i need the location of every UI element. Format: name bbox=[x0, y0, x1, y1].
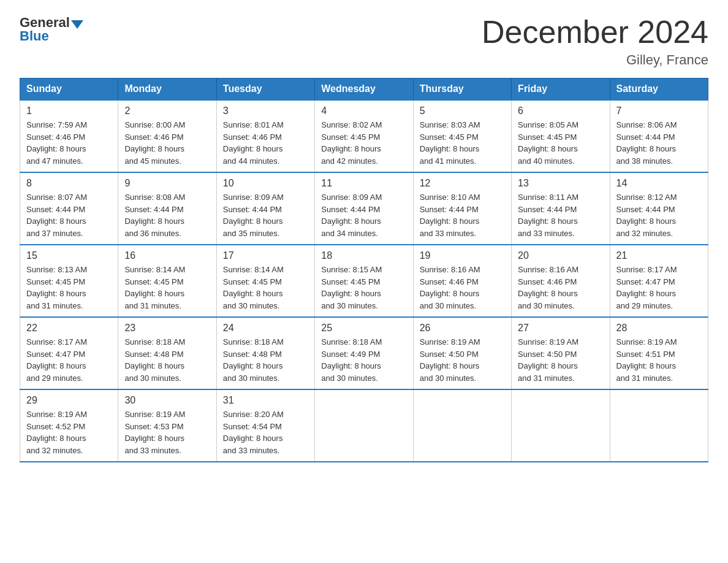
weekday-header-row: SundayMondayTuesdayWednesdayThursdayFrid… bbox=[20, 79, 708, 101]
day-info: Sunrise: 8:17 AMSunset: 4:47 PMDaylight:… bbox=[26, 336, 112, 384]
day-number: 26 bbox=[420, 323, 505, 334]
day-cell: 29 Sunrise: 8:19 AMSunset: 4:52 PMDaylig… bbox=[20, 389, 118, 462]
day-info: Sunrise: 8:09 AMSunset: 4:44 PMDaylight:… bbox=[223, 191, 308, 239]
day-info: Sunrise: 8:11 AMSunset: 4:44 PMDaylight:… bbox=[518, 191, 603, 239]
logo-triangle-icon bbox=[71, 20, 83, 29]
day-number: 21 bbox=[616, 250, 702, 261]
day-info: Sunrise: 8:10 AMSunset: 4:44 PMDaylight:… bbox=[420, 191, 505, 239]
weekday-header-saturday: Saturday bbox=[610, 79, 708, 101]
day-cell: 27 Sunrise: 8:19 AMSunset: 4:50 PMDaylig… bbox=[512, 317, 610, 389]
day-info: Sunrise: 8:08 AMSunset: 4:44 PMDaylight:… bbox=[124, 191, 210, 239]
day-cell: 19 Sunrise: 8:16 AMSunset: 4:46 PMDaylig… bbox=[413, 245, 511, 317]
day-number: 14 bbox=[616, 178, 702, 189]
day-cell: 17 Sunrise: 8:14 AMSunset: 4:45 PMDaylig… bbox=[216, 245, 314, 317]
day-number: 1 bbox=[26, 105, 112, 117]
day-number: 2 bbox=[124, 105, 210, 117]
day-number: 31 bbox=[223, 395, 308, 406]
day-info: Sunrise: 8:03 AMSunset: 4:45 PMDaylight:… bbox=[420, 119, 505, 167]
day-number: 11 bbox=[321, 178, 406, 189]
day-cell: 12 Sunrise: 8:10 AMSunset: 4:44 PMDaylig… bbox=[413, 172, 511, 245]
day-info: Sunrise: 8:14 AMSunset: 4:45 PMDaylight:… bbox=[223, 264, 308, 312]
day-info: Sunrise: 8:18 AMSunset: 4:48 PMDaylight:… bbox=[124, 336, 210, 384]
weekday-header-tuesday: Tuesday bbox=[216, 79, 314, 101]
day-info: Sunrise: 8:16 AMSunset: 4:46 PMDaylight:… bbox=[518, 264, 603, 312]
day-info: Sunrise: 8:15 AMSunset: 4:45 PMDaylight:… bbox=[321, 264, 406, 312]
day-info: Sunrise: 8:09 AMSunset: 4:44 PMDaylight:… bbox=[321, 191, 406, 239]
day-number: 23 bbox=[124, 323, 210, 334]
day-number: 27 bbox=[518, 323, 603, 334]
day-number: 22 bbox=[26, 323, 112, 334]
weekday-header-friday: Friday bbox=[512, 79, 610, 101]
day-info: Sunrise: 8:07 AMSunset: 4:44 PMDaylight:… bbox=[26, 191, 112, 239]
day-number: 10 bbox=[223, 178, 308, 189]
day-cell: 26 Sunrise: 8:19 AMSunset: 4:50 PMDaylig… bbox=[413, 317, 511, 389]
day-cell: 10 Sunrise: 8:09 AMSunset: 4:44 PMDaylig… bbox=[216, 172, 314, 245]
logo: General Blue bbox=[20, 15, 85, 44]
day-info: Sunrise: 8:12 AMSunset: 4:44 PMDaylight:… bbox=[616, 191, 702, 239]
day-number: 4 bbox=[321, 105, 406, 117]
calendar-table: SundayMondayTuesdayWednesdayThursdayFrid… bbox=[20, 78, 708, 462]
day-number: 19 bbox=[420, 250, 505, 261]
weekday-header-thursday: Thursday bbox=[413, 79, 511, 101]
day-number: 28 bbox=[616, 323, 702, 334]
day-number: 9 bbox=[124, 178, 210, 189]
weekday-header-monday: Monday bbox=[118, 79, 216, 101]
day-cell: 22 Sunrise: 8:17 AMSunset: 4:47 PMDaylig… bbox=[20, 317, 118, 389]
day-cell: 4 Sunrise: 8:02 AMSunset: 4:45 PMDayligh… bbox=[315, 100, 413, 172]
day-info: Sunrise: 8:19 AMSunset: 4:50 PMDaylight:… bbox=[420, 336, 505, 384]
day-number: 17 bbox=[223, 250, 308, 261]
week-row-3: 15 Sunrise: 8:13 AMSunset: 4:45 PMDaylig… bbox=[20, 245, 708, 317]
day-cell bbox=[512, 389, 610, 462]
day-cell: 24 Sunrise: 8:18 AMSunset: 4:48 PMDaylig… bbox=[216, 317, 314, 389]
calendar-title: December 2024 bbox=[482, 15, 708, 50]
week-row-2: 8 Sunrise: 8:07 AMSunset: 4:44 PMDayligh… bbox=[20, 172, 708, 245]
day-cell: 13 Sunrise: 8:11 AMSunset: 4:44 PMDaylig… bbox=[512, 172, 610, 245]
day-info: Sunrise: 8:20 AMSunset: 4:54 PMDaylight:… bbox=[223, 408, 308, 456]
day-cell bbox=[315, 389, 413, 462]
day-number: 29 bbox=[26, 395, 112, 406]
day-number: 18 bbox=[321, 250, 406, 261]
day-number: 30 bbox=[124, 395, 210, 406]
title-block: December 2024 Gilley, France bbox=[482, 15, 708, 68]
day-number: 5 bbox=[420, 105, 505, 117]
page-header: General Blue December 2024 Gilley, Franc… bbox=[20, 15, 708, 68]
day-info: Sunrise: 8:01 AMSunset: 4:46 PMDaylight:… bbox=[223, 119, 308, 167]
day-cell: 25 Sunrise: 8:18 AMSunset: 4:49 PMDaylig… bbox=[315, 317, 413, 389]
day-info: Sunrise: 8:19 AMSunset: 4:53 PMDaylight:… bbox=[124, 408, 210, 456]
day-number: 16 bbox=[124, 250, 210, 261]
day-number: 8 bbox=[26, 178, 112, 189]
day-cell: 31 Sunrise: 8:20 AMSunset: 4:54 PMDaylig… bbox=[216, 389, 314, 462]
day-info: Sunrise: 8:16 AMSunset: 4:46 PMDaylight:… bbox=[420, 264, 505, 312]
day-info: Sunrise: 8:00 AMSunset: 4:46 PMDaylight:… bbox=[124, 119, 210, 167]
day-info: Sunrise: 8:17 AMSunset: 4:47 PMDaylight:… bbox=[616, 264, 702, 312]
day-cell: 8 Sunrise: 8:07 AMSunset: 4:44 PMDayligh… bbox=[20, 172, 118, 245]
day-cell: 20 Sunrise: 8:16 AMSunset: 4:46 PMDaylig… bbox=[512, 245, 610, 317]
day-cell: 15 Sunrise: 8:13 AMSunset: 4:45 PMDaylig… bbox=[20, 245, 118, 317]
day-info: Sunrise: 8:14 AMSunset: 4:45 PMDaylight:… bbox=[124, 264, 210, 312]
week-row-4: 22 Sunrise: 8:17 AMSunset: 4:47 PMDaylig… bbox=[20, 317, 708, 389]
day-cell: 6 Sunrise: 8:05 AMSunset: 4:45 PMDayligh… bbox=[512, 100, 610, 172]
day-number: 20 bbox=[518, 250, 603, 261]
day-info: Sunrise: 8:18 AMSunset: 4:49 PMDaylight:… bbox=[321, 336, 406, 384]
weekday-header-wednesday: Wednesday bbox=[315, 79, 413, 101]
day-cell: 30 Sunrise: 8:19 AMSunset: 4:53 PMDaylig… bbox=[118, 389, 216, 462]
day-cell: 23 Sunrise: 8:18 AMSunset: 4:48 PMDaylig… bbox=[118, 317, 216, 389]
day-info: Sunrise: 8:13 AMSunset: 4:45 PMDaylight:… bbox=[26, 264, 112, 312]
day-cell bbox=[610, 389, 708, 462]
day-cell: 21 Sunrise: 8:17 AMSunset: 4:47 PMDaylig… bbox=[610, 245, 708, 317]
day-cell: 11 Sunrise: 8:09 AMSunset: 4:44 PMDaylig… bbox=[315, 172, 413, 245]
day-info: Sunrise: 8:02 AMSunset: 4:45 PMDaylight:… bbox=[321, 119, 406, 167]
day-cell: 7 Sunrise: 8:06 AMSunset: 4:44 PMDayligh… bbox=[610, 100, 708, 172]
day-info: Sunrise: 8:05 AMSunset: 4:45 PMDaylight:… bbox=[518, 119, 603, 167]
day-number: 3 bbox=[223, 105, 308, 117]
day-cell: 1 Sunrise: 7:59 AMSunset: 4:46 PMDayligh… bbox=[20, 100, 118, 172]
day-number: 7 bbox=[616, 105, 702, 117]
logo-blue-text: Blue bbox=[20, 28, 49, 44]
day-number: 12 bbox=[420, 178, 505, 189]
day-number: 15 bbox=[26, 250, 112, 261]
day-cell bbox=[413, 389, 511, 462]
day-info: Sunrise: 8:06 AMSunset: 4:44 PMDaylight:… bbox=[616, 119, 702, 167]
day-cell: 28 Sunrise: 8:19 AMSunset: 4:51 PMDaylig… bbox=[610, 317, 708, 389]
day-cell: 9 Sunrise: 8:08 AMSunset: 4:44 PMDayligh… bbox=[118, 172, 216, 245]
day-info: Sunrise: 8:19 AMSunset: 4:51 PMDaylight:… bbox=[616, 336, 702, 384]
